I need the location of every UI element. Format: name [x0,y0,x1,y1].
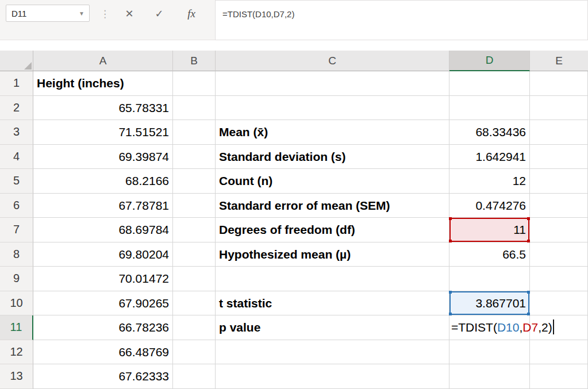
cell-A9[interactable]: 70.01472 [33,267,173,291]
cell-A6[interactable]: 67.78781 [33,194,173,218]
name-box-value: D11 [6,9,74,18]
cell-E12[interactable] [530,340,588,365]
name-box-dropdown-icon[interactable]: ▼ [74,10,89,17]
cell-B11[interactable] [173,315,216,340]
cell-C9[interactable] [216,267,449,291]
cell-D8[interactable]: 66.5 [449,242,530,267]
cell-D1[interactable] [449,71,530,96]
row-header-4[interactable]: 4 [0,145,33,170]
row-header-12[interactable]: 12 [0,340,33,365]
row-header-1[interactable]: 1 [0,71,33,96]
row-header-11[interactable]: 11 [0,315,33,340]
cell-C4[interactable]: Standard deviation (s) [216,145,449,170]
cell-A11[interactable]: 66.78236 [33,315,173,340]
cell-A3[interactable]: 71.51521 [33,120,173,145]
select-all-corner[interactable] [0,51,33,71]
row-header-8[interactable]: 8 [0,242,33,267]
row-header-13[interactable]: 13 [0,364,33,389]
row-header-9[interactable]: 9 [0,267,33,291]
cell-E9[interactable] [530,267,588,291]
excel-window: D11 ▼ ⋮ ✕ ✓ fx =TDIST(D10,D7,2) ABCDE 1H… [0,0,588,389]
cell-B8[interactable] [173,242,216,267]
cell-B1[interactable] [173,71,216,96]
cell-C13[interactable] [216,364,449,389]
row-header-10[interactable]: 10 [0,291,33,316]
cell-B4[interactable] [173,145,216,170]
cancel-icon[interactable]: ✕ [119,6,140,22]
cell-D5[interactable]: 12 [449,169,530,194]
cell-D13[interactable] [449,364,530,389]
cell-B6[interactable] [173,194,216,218]
cell-B7[interactable] [173,218,216,242]
cell-E4[interactable] [530,145,588,170]
cell-E8[interactable] [530,242,588,267]
cell-A1[interactable]: Height (inches) [33,71,173,96]
cell-C8[interactable]: Hypothesized mean (µ) [216,242,449,267]
cell-A4[interactable]: 69.39874 [33,145,173,170]
grid-row-7: 768.69784Degrees of freedom (df)11 [0,218,588,242]
cell-E5[interactable] [530,169,588,194]
cell-A12[interactable]: 66.48769 [33,340,173,365]
cell-E7[interactable] [530,218,588,242]
cell-A13[interactable]: 67.62333 [33,364,173,389]
cell-B9[interactable] [173,267,216,291]
formula-part: ,2) [538,321,552,334]
row-header-5[interactable]: 5 [0,169,33,194]
cell-D2[interactable] [449,96,530,121]
cell-B13[interactable] [173,364,216,389]
cell-B2[interactable] [173,96,216,121]
enter-icon[interactable]: ✓ [149,6,170,22]
name-box[interactable]: D11 ▼ [6,5,90,22]
cell-C2[interactable] [216,96,449,121]
cell-D4[interactable]: 1.642941 [449,145,530,170]
cell-D10[interactable]: 3.867701 [449,291,530,316]
cell-E2[interactable] [530,96,588,121]
cell-D6[interactable]: 0.474276 [449,194,530,218]
cell-E6[interactable] [530,194,588,218]
cell-E10[interactable] [530,291,588,316]
cell-C7[interactable]: Degrees of freedom (df) [216,218,449,242]
cell-A8[interactable]: 69.80204 [33,242,173,267]
cell-A5[interactable]: 68.2166 [33,169,173,194]
column-header-E[interactable]: E [530,51,588,71]
formula-bar-text: =TDIST(D10,D7,2) [222,9,294,19]
cell-A2[interactable]: 65.78331 [33,96,173,121]
column-header-A[interactable]: A [33,51,173,71]
column-header-C[interactable]: C [216,51,449,71]
cell-C1[interactable] [216,71,449,96]
cell-D9[interactable] [449,267,530,291]
row-header-6[interactable]: 6 [0,194,33,218]
column-header-D[interactable]: D [449,51,530,71]
grid-row-5: 568.2166Count (n)12 [0,169,588,194]
formula-part: =TDIST( [451,321,497,334]
formula-bar[interactable]: =TDIST(D10,D7,2) [215,0,588,40]
column-header-row: ABCDE [0,51,588,71]
formula-part: D10 [497,321,520,334]
cell-D7[interactable]: 11 [449,218,530,242]
cell-C10[interactable]: t statistic [216,291,449,316]
cell-B5[interactable] [173,169,216,194]
grid-row-13: 1367.62333 [0,364,588,389]
cell-C12[interactable] [216,340,449,365]
cell-E1[interactable] [530,71,588,96]
row-header-3[interactable]: 3 [0,120,33,145]
row-header-7[interactable]: 7 [0,218,33,242]
column-header-B[interactable]: B [173,51,216,71]
cell-C11[interactable]: p value [216,315,449,340]
cell-D12[interactable] [449,340,530,365]
cell-C5[interactable]: Count (n) [216,169,449,194]
cell-C3[interactable]: Mean (x̄) [216,120,449,145]
cell-C6[interactable]: Standard error of mean (SEM) [216,194,449,218]
cell-E3[interactable] [530,120,588,145]
insert-function-icon[interactable]: fx [181,6,202,22]
cell-A7[interactable]: 68.69784 [33,218,173,242]
cell-E13[interactable] [530,364,588,389]
cell-B3[interactable] [173,120,216,145]
grid-body: 1Height (inches)265.78331371.51521Mean (… [0,71,588,389]
cell-D3[interactable]: 68.33436 [449,120,530,145]
row-header-2[interactable]: 2 [0,96,33,121]
cell-A10[interactable]: 67.90265 [33,291,173,316]
cell-B12[interactable] [173,340,216,365]
cell-B10[interactable] [173,291,216,316]
cell-D11[interactable]: =TDIST(D10,D7,2) [449,315,530,340]
